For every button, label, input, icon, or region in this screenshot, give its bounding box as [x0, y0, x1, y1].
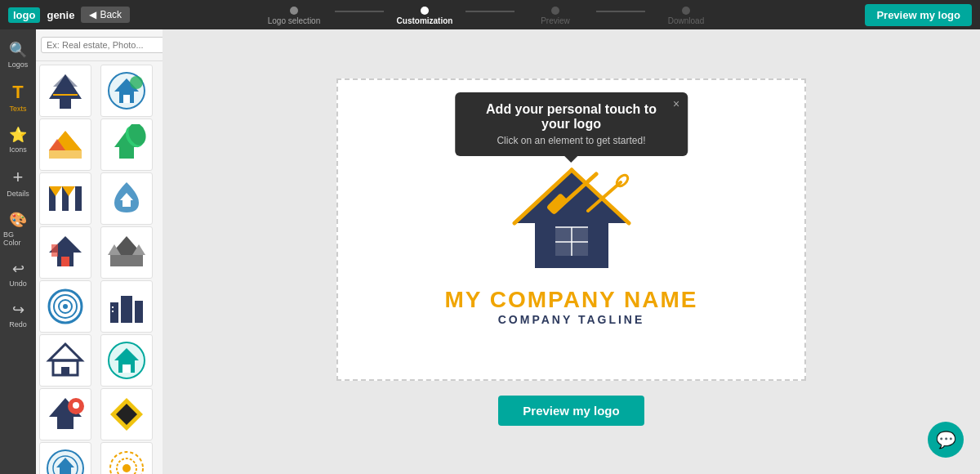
svg-rect-11 — [49, 150, 82, 159]
list-item[interactable] — [100, 334, 153, 387]
svg-rect-38 — [135, 301, 143, 323]
step-dot-4 — [682, 7, 690, 15]
search-bar: 🔍 — [36, 29, 163, 61]
list-item[interactable] — [100, 172, 153, 225]
svg-point-61 — [122, 464, 131, 472]
progress-steps: Logo selection Customization Preview Dow… — [253, 7, 727, 25]
tool-details[interactable]: + Details — [0, 162, 36, 203]
tool-texts-label: Texts — [9, 105, 26, 113]
tooltip-title: Add your personal touch to your logo — [471, 102, 672, 132]
svg-point-9 — [130, 76, 143, 89]
step-dot-3 — [551, 7, 559, 15]
list-item[interactable] — [39, 388, 91, 440]
tool-undo-label: Undo — [9, 279, 27, 288]
icons-icon: ⭐ — [9, 126, 27, 144]
preview-my-logo-button-top[interactable]: Preview my logo — [865, 4, 972, 26]
canvas-wrapper: ⊹ Recenter ▶ Help × Add your personal to… — [336, 78, 806, 381]
list-item[interactable] — [39, 334, 91, 387]
tool-undo[interactable]: ↩ Undo — [0, 255, 36, 293]
canvas-area: ⊹ Recenter ▶ Help × Add your personal to… — [163, 29, 980, 474]
logo-panel: 🔍 — [36, 29, 163, 474]
tooltip-popup: × Add your personal touch to your logo C… — [455, 92, 688, 156]
tool-icons-label: Icons — [9, 145, 27, 154]
step-customization: Customization — [384, 7, 466, 25]
tool-details-label: Details — [7, 190, 29, 198]
undo-icon: ↩ — [12, 260, 24, 278]
step-connector-2 — [466, 11, 514, 12]
company-tagline[interactable]: COMPANY TAGLINE — [498, 313, 645, 326]
svg-rect-58 — [60, 467, 71, 474]
list-item[interactable] — [39, 65, 91, 117]
bg-color-icon: 🎨 — [9, 211, 27, 229]
svg-rect-23 — [122, 200, 131, 207]
list-item[interactable] — [100, 442, 153, 474]
logos-icon: 🔍 — [9, 41, 27, 59]
svg-marker-3 — [53, 74, 78, 87]
svg-rect-26 — [61, 257, 69, 266]
logo-grid — [36, 61, 163, 474]
chat-bubble-button[interactable]: 💬 — [928, 422, 964, 458]
list-item[interactable] — [39, 172, 91, 225]
step-dot-1 — [290, 7, 298, 15]
step-logo-selection: Logo selection — [253, 7, 335, 25]
step-connector-1 — [335, 11, 384, 12]
step-download: Download — [645, 7, 727, 25]
svg-rect-43 — [61, 367, 69, 375]
svg-rect-29 — [110, 255, 143, 266]
list-item[interactable] — [39, 118, 91, 171]
step-label-3: Preview — [541, 16, 570, 25]
brand-logo: logo genie ◀ Back — [8, 7, 130, 23]
svg-marker-41 — [49, 344, 82, 360]
svg-rect-8 — [123, 95, 130, 103]
tool-bg-color[interactable]: 🎨 BG Color — [0, 206, 36, 252]
preview-my-logo-button-bottom[interactable]: Preview my logo — [498, 396, 644, 426]
step-connector-3 — [596, 11, 645, 12]
tooltip-subtitle: Click on an element to get started! — [471, 135, 672, 146]
logo-display: MY COMPANY NAME COMPANY TAGLINE — [444, 150, 697, 326]
svg-rect-27 — [51, 244, 58, 257]
list-item[interactable] — [100, 280, 153, 333]
svg-rect-1 — [60, 99, 71, 109]
logo-svg[interactable] — [490, 150, 653, 280]
redo-icon: ↪ — [12, 301, 24, 319]
svg-rect-47 — [122, 364, 131, 373]
svg-rect-37 — [121, 296, 132, 323]
svg-point-51 — [73, 402, 79, 409]
chat-icon: 💬 — [936, 430, 956, 449]
list-item[interactable] — [100, 118, 153, 171]
svg-rect-14 — [119, 147, 134, 159]
details-icon: + — [13, 167, 24, 188]
step-label-2: Customization — [397, 16, 453, 25]
tool-redo-label: Redo — [9, 320, 27, 329]
tool-icons[interactable]: ⭐ Icons — [0, 121, 36, 159]
texts-icon: T — [12, 82, 23, 103]
brand-icon: logo — [8, 7, 40, 23]
list-item[interactable] — [39, 226, 91, 279]
canvas[interactable]: × Add your personal touch to your logo C… — [336, 78, 806, 381]
list-item[interactable] — [100, 65, 153, 117]
search-input[interactable] — [41, 37, 163, 53]
tool-logos-label: Logos — [8, 60, 29, 69]
bottom-preview-wrapper: Preview my logo — [498, 396, 644, 426]
list-item[interactable] — [39, 280, 91, 333]
step-preview: Preview — [514, 7, 596, 25]
close-tooltip-button[interactable]: × — [673, 97, 679, 110]
list-item[interactable] — [39, 442, 91, 474]
tool-redo[interactable]: ↪ Redo — [0, 296, 36, 333]
step-label-1: Logo selection — [268, 16, 321, 25]
tool-sidebar: 🔍 Logos T Texts ⭐ Icons + Details 🎨 BG C… — [0, 29, 36, 474]
svg-point-35 — [63, 304, 68, 309]
svg-rect-36 — [110, 302, 118, 323]
tool-texts[interactable]: T Texts — [0, 77, 36, 118]
back-button[interactable]: ◀ Back — [81, 7, 130, 23]
step-label-4: Download — [668, 16, 704, 25]
svg-rect-49 — [57, 417, 74, 429]
brand-name: genie — [47, 9, 74, 21]
tool-bg-color-label: BG Color — [3, 230, 33, 247]
step-dot-2 — [421, 7, 429, 15]
tool-logos[interactable]: 🔍 Logos — [0, 36, 36, 74]
list-item[interactable] — [100, 226, 153, 279]
company-name[interactable]: MY COMPANY NAME — [444, 287, 697, 313]
svg-rect-40 — [112, 311, 114, 312]
list-item[interactable] — [100, 388, 153, 440]
